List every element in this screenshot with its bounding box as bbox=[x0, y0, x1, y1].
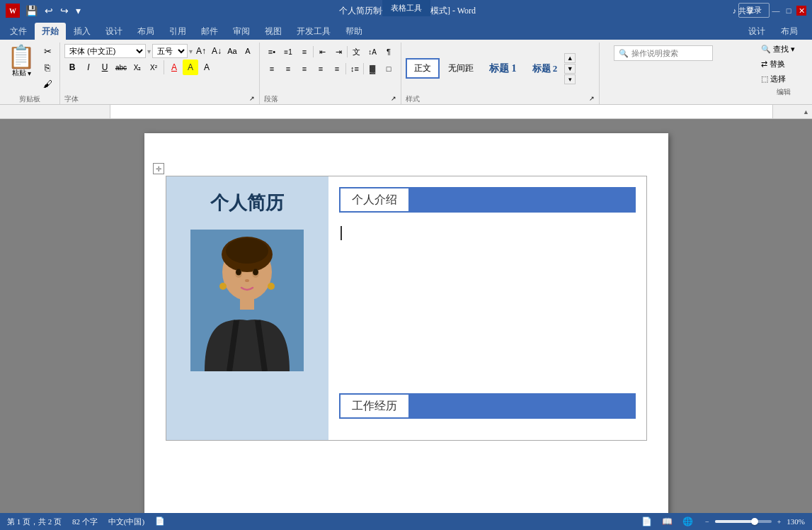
font-name-select[interactable]: 宋体 (中文正) bbox=[64, 44, 146, 58]
editing-label: 编辑 bbox=[758, 87, 809, 97]
section1-content[interactable] bbox=[339, 223, 636, 393]
find-icon: 🔍 bbox=[761, 45, 771, 54]
superscript-btn[interactable]: X² bbox=[146, 60, 161, 75]
resume-right-cell: 个人介绍 工作经历 bbox=[328, 176, 646, 441]
case-btn[interactable]: Aa bbox=[225, 44, 239, 58]
styles-expand[interactable]: ▾ bbox=[564, 74, 576, 84]
zoom-in-btn[interactable]: + bbox=[777, 518, 782, 526]
styles-scroll-buttons: ▲ ▼ ▾ bbox=[564, 53, 576, 84]
replace-button[interactable]: ⇄ 替换 bbox=[758, 57, 809, 71]
clear-format-btn[interactable]: A bbox=[241, 44, 255, 58]
numbering-btn[interactable]: ≡1 bbox=[280, 44, 296, 60]
styles-expand-icon[interactable]: ↗ bbox=[589, 95, 595, 102]
styles-scroll-down[interactable]: ▼ bbox=[564, 64, 576, 74]
style-heading1[interactable]: 标题 1 bbox=[482, 60, 524, 78]
zoom-out-btn[interactable]: − bbox=[705, 518, 709, 526]
tab-layout[interactable]: 布局 bbox=[130, 23, 161, 40]
divider2 bbox=[313, 46, 314, 57]
align-left-btn[interactable]: ≡ bbox=[264, 61, 280, 77]
paragraph-expand-icon[interactable]: ↗ bbox=[391, 95, 396, 102]
subscript-btn[interactable]: X₂ bbox=[130, 60, 145, 75]
ribbon-tabs: 文件 开始 插入 设计 布局 引用 邮件 审阅 视图 开发工具 帮助 设计 布局 bbox=[0, 21, 812, 40]
font-name-row: 宋体 (中文正) ▾ 五号 ▾ A↑ A↓ Aa A bbox=[64, 44, 255, 58]
char-shading-btn[interactable]: A bbox=[199, 60, 215, 75]
paragraph-label: 段落 bbox=[264, 93, 278, 104]
highlight-btn[interactable]: A bbox=[183, 60, 198, 75]
italic-btn[interactable]: I bbox=[81, 60, 96, 75]
print-layout-btn[interactable]: 📄 bbox=[639, 516, 654, 528]
tab-design[interactable]: 设计 bbox=[98, 23, 130, 40]
redo-quick-btn[interactable]: ↪ bbox=[59, 5, 70, 17]
align-right-btn[interactable]: ≡ bbox=[297, 61, 312, 77]
styles-gallery-row: 正文 无间距 标题 1 标题 2 ▲ ▼ ▾ bbox=[406, 44, 595, 93]
chinese-layout-btn[interactable]: 文 bbox=[348, 44, 364, 60]
maximize-button[interactable]: □ bbox=[784, 6, 794, 16]
styles-scroll-up[interactable]: ▲ bbox=[564, 53, 576, 63]
decrease-font-btn[interactable]: A↓ bbox=[210, 44, 224, 58]
tab-help[interactable]: 帮助 bbox=[338, 23, 370, 40]
resume-photo bbox=[190, 230, 304, 371]
font-section-label-row: 字体 ↗ bbox=[64, 93, 255, 104]
read-mode-btn[interactable]: 📖 bbox=[660, 516, 675, 528]
table-move-handle[interactable]: ✛ bbox=[153, 163, 164, 174]
strikethrough-btn[interactable]: abc bbox=[113, 60, 129, 75]
ruler: ▲ bbox=[0, 105, 812, 119]
tab-home[interactable]: 开始 bbox=[35, 23, 66, 40]
underline-btn[interactable]: U bbox=[97, 60, 113, 75]
tab-developer[interactable]: 开发工具 bbox=[290, 23, 338, 40]
close-button[interactable]: ✕ bbox=[796, 6, 806, 16]
font-size-select[interactable]: 五号 bbox=[152, 44, 188, 58]
undo-quick-btn[interactable]: ↩ bbox=[43, 5, 55, 17]
tab-table-design[interactable]: 设计 bbox=[741, 23, 772, 40]
distributed-btn[interactable]: ≡ bbox=[329, 61, 345, 77]
shading-btn[interactable]: ▓ bbox=[365, 61, 380, 77]
paste-button[interactable]: 📋 粘贴▾ bbox=[4, 44, 38, 93]
web-layout-btn[interactable]: 🌐 bbox=[680, 516, 695, 528]
ribbon-clipboard-section: 📋 粘贴▾ ✂ ⎘ 🖌 剪贴板 bbox=[0, 43, 60, 104]
more-quick-btn[interactable]: ▾ bbox=[74, 5, 82, 17]
tab-table-layout[interactable]: 布局 bbox=[774, 23, 805, 40]
line-spacing-btn[interactable]: ↕≡ bbox=[347, 61, 362, 77]
statusbar-left: 第 1 页，共 2 页 82 个字 中文(中国) 📄 bbox=[7, 517, 165, 527]
bold-btn[interactable]: B bbox=[64, 60, 80, 75]
border-btn[interactable]: □ bbox=[381, 61, 396, 77]
tab-references[interactable]: 引用 bbox=[162, 23, 193, 40]
ruler-collapse-btn[interactable]: ▲ bbox=[803, 105, 809, 118]
copy-button[interactable]: ⎘ bbox=[40, 60, 55, 76]
cut-button[interactable]: ✂ bbox=[40, 44, 55, 60]
save-quick-btn[interactable]: 💾 bbox=[24, 5, 39, 17]
replace-icon: ⇄ bbox=[761, 60, 767, 69]
zoom-level: 130% bbox=[787, 517, 805, 526]
decrease-indent-btn[interactable]: ⇤ bbox=[314, 44, 330, 60]
login-button[interactable]: 登录 bbox=[738, 3, 770, 18]
tab-mailing[interactable]: 邮件 bbox=[194, 23, 225, 40]
section2-title-box: 工作经历 bbox=[339, 393, 410, 419]
increase-font-btn[interactable]: A↑ bbox=[194, 44, 208, 58]
select-button[interactable]: ⬚ 选择 bbox=[758, 72, 809, 86]
font-expand-icon[interactable]: ↗ bbox=[249, 95, 255, 102]
format-paint-button[interactable]: 🖌 bbox=[40, 77, 55, 92]
page: ✛ 个人简历 bbox=[144, 133, 668, 520]
style-heading2[interactable]: 标题 2 bbox=[525, 60, 565, 78]
tab-review[interactable]: 审阅 bbox=[226, 23, 257, 40]
clipboard-label: 剪贴板 bbox=[4, 93, 55, 104]
sort-btn[interactable]: ↕A bbox=[365, 44, 380, 60]
increase-indent-btn[interactable]: ⇥ bbox=[331, 44, 346, 60]
find-button[interactable]: 🔍 查找 ▾ bbox=[758, 43, 809, 56]
document-area[interactable]: ✛ 个人简历 bbox=[0, 119, 812, 520]
resume-table-row: 个人简历 bbox=[166, 176, 646, 441]
bullets-btn[interactable]: ≡• bbox=[264, 44, 280, 60]
style-no-spacing[interactable]: 无间距 bbox=[441, 60, 481, 77]
style-normal[interactable]: 正文 bbox=[406, 58, 440, 79]
minimize-button[interactable]: — bbox=[771, 6, 781, 16]
align-center-btn[interactable]: ≡ bbox=[280, 61, 296, 77]
search-input[interactable] bbox=[631, 49, 708, 57]
show-marks-btn[interactable]: ¶ bbox=[381, 44, 396, 60]
tab-view[interactable]: 视图 bbox=[258, 23, 289, 40]
justify-btn[interactable]: ≡ bbox=[313, 61, 328, 77]
multilevel-btn[interactable]: ≡ bbox=[297, 44, 312, 60]
tab-file[interactable]: 文件 bbox=[3, 23, 34, 40]
zoom-slider[interactable] bbox=[715, 520, 772, 523]
tab-insert[interactable]: 插入 bbox=[67, 23, 98, 40]
font-color-btn[interactable]: A bbox=[166, 60, 182, 75]
